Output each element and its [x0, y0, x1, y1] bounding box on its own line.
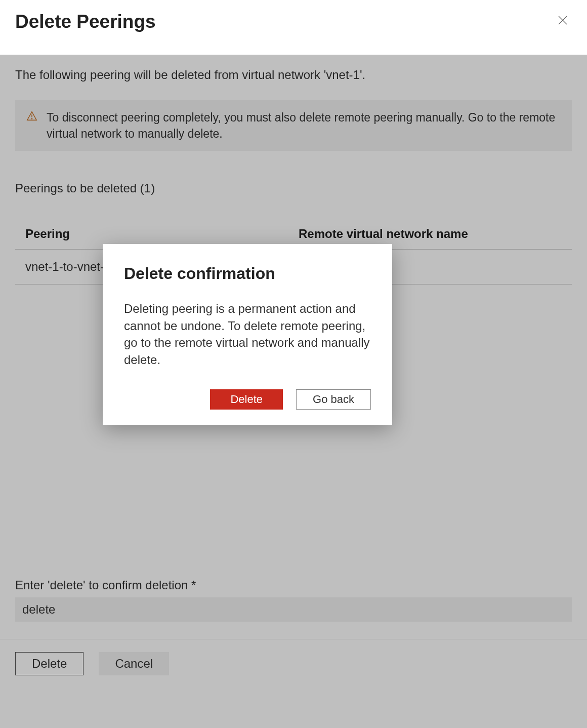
close-button[interactable]: [554, 11, 572, 31]
close-icon: [558, 15, 568, 27]
delete-confirmation-modal: Delete confirmation Deleting peering is …: [103, 244, 392, 425]
modal-delete-button[interactable]: Delete: [210, 389, 283, 410]
modal-go-back-button[interactable]: Go back: [296, 389, 371, 410]
modal-text: Deleting peering is a permanent action a…: [124, 300, 371, 368]
panel-header: Delete Peerings: [0, 0, 587, 49]
modal-title: Delete confirmation: [124, 264, 371, 283]
page-title: Delete Peerings: [15, 11, 156, 32]
modal-actions: Delete Go back: [124, 389, 371, 410]
